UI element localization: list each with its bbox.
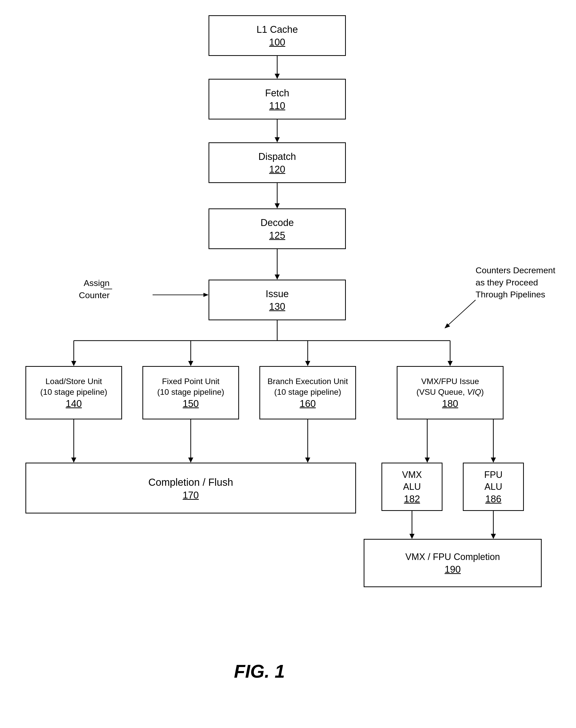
svg-marker-34 [203,293,208,297]
l1cache-label: L1 Cache [257,23,298,36]
vmx-alu-number: 182 [404,494,420,505]
decode-number: 125 [269,230,285,241]
branch-label: Branch Execution Unit(10 stage pipeline) [267,376,348,397]
svg-marker-18 [448,361,453,366]
assign-counter-annotation: AssignCounter — [79,277,110,301]
svg-marker-3 [275,137,280,142]
svg-marker-22 [188,458,193,463]
loadstore-box: Load/Store Unit(10 stage pipeline) 140 [25,366,122,419]
decode-box: Decode 125 [208,208,346,249]
svg-marker-7 [275,275,280,280]
loadstore-number: 140 [66,398,82,409]
fpu-alu-box: FPUALU 186 [463,463,524,511]
dispatch-number: 120 [269,164,285,175]
vmxfpu-issue-label: VMX/FPU Issue(VSU Queue, VIQ) [416,376,484,397]
counters-decrement-annotation: Counters Decrementas they ProceedThrough… [476,264,555,301]
diagram-container: L1 Cache 100 Fetch 110 Dispatch 120 Deco… [0,0,576,728]
svg-marker-28 [491,458,496,463]
fetch-box: Fetch 110 [208,79,346,119]
svg-marker-30 [409,534,414,539]
fpu-alu-number: 186 [485,494,501,505]
fixedpoint-label: Fixed Point Unit(10 stage pipeline) [157,376,224,397]
svg-marker-20 [71,458,76,463]
completion-flush-box: Completion / Flush 170 [25,463,356,513]
svg-marker-36 [444,323,450,328]
issue-box: Issue 130 [208,280,346,320]
vmxfpu-completion-box: VMX / FPU Completion 190 [364,539,542,587]
svg-marker-15 [305,361,310,366]
fixedpoint-number: 150 [182,398,199,409]
fetch-number: 110 [269,100,285,111]
l1cache-box: L1 Cache 100 [208,15,346,56]
decode-label: Decode [261,217,294,229]
svg-marker-1 [275,74,280,79]
vmxfpu-issue-box: VMX/FPU Issue(VSU Queue, VIQ) 180 [397,366,503,419]
svg-marker-5 [275,203,280,208]
loadstore-label: Load/Store Unit(10 stage pipeline) [40,376,107,397]
fig-label: FIG. 1 [234,661,285,682]
vmxfpu-completion-label: VMX / FPU Completion [405,551,500,563]
fpu-alu-label: FPUALU [484,469,502,493]
branch-box: Branch Execution Unit(10 stage pipeline)… [259,366,356,419]
l1cache-number: 100 [269,37,285,48]
svg-marker-24 [305,458,310,463]
dispatch-label: Dispatch [258,150,296,163]
svg-line-35 [445,300,476,328]
fixedpoint-box: Fixed Point Unit(10 stage pipeline) 150 [142,366,239,419]
svg-marker-13 [188,361,193,366]
issue-number: 130 [269,301,285,312]
svg-marker-32 [491,534,496,539]
vmx-alu-label: VMXALU [402,469,422,493]
issue-label: Issue [266,288,289,300]
vmx-alu-box: VMXALU 182 [381,463,442,511]
completion-flush-number: 170 [182,490,199,501]
vmxfpu-completion-number: 190 [444,564,461,575]
svg-marker-11 [71,361,76,366]
fetch-label: Fetch [265,87,289,99]
svg-marker-26 [425,458,430,463]
dispatch-box: Dispatch 120 [208,142,346,183]
completion-flush-label: Completion / Flush [148,476,233,489]
branch-number: 160 [299,398,316,409]
vmxfpu-issue-number: 180 [442,398,458,409]
